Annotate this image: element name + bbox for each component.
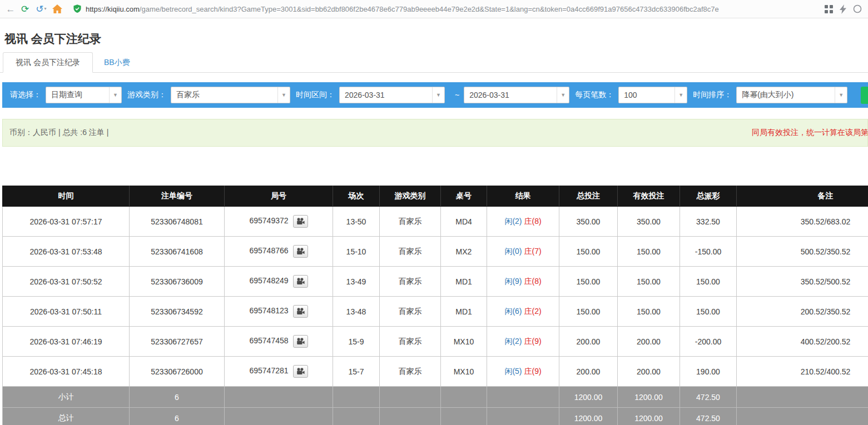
cell-time: 2026-03-31 07:53:48 [3,237,130,267]
game-type-label: 游戏类别： [127,90,166,100]
cell-bet-id: 523306727657 [130,327,225,357]
cell-payout: 190.00 [680,357,737,387]
video-replay-button[interactable] [293,275,308,288]
sort-select[interactable]: 降幂(由大到小) ▼ [736,87,847,103]
cell-table-no: MD4 [441,207,487,237]
query-type-select[interactable]: 日期查询 ▼ [46,87,122,103]
summary-label: 总计 [3,408,130,425]
table-row: 2026-03-31 07:50:11523306734592695748123… [3,297,868,327]
cell-time: 2026-03-31 07:57:17 [3,207,130,237]
tilde-separator: ~ [455,91,459,99]
chevron-down-icon: ▼ [557,87,569,103]
undo-icon[interactable]: ↺▾ [32,2,50,16]
summary-count: 6 [130,408,225,425]
cell-bet-id: 523306736009 [130,267,225,297]
cell-session: 15-9 [333,327,380,357]
column-header-valid-bet: 有效投注 [618,186,680,207]
tab-bet-records[interactable]: 视讯 会员下注纪录 [3,52,93,73]
summary-bar: 币别：人民币 | 总共 :6 注单 | 同局有效投注，统一计算在该局第 [2,119,868,147]
summary-total-bet: 1200.00 [559,408,618,425]
cell-remark: 500.52/350.52 [737,237,868,267]
cell-round-id: 695748249 [225,267,333,297]
banker-result: 庄(9) [524,367,542,376]
date-to-select[interactable]: 2026-03-31 ▼ [464,87,569,103]
game-type-select[interactable]: 百家乐 ▼ [171,87,290,103]
cell-game-type: 百家乐 [380,267,441,297]
video-replay-button[interactable] [293,365,308,378]
cell-total-bet[interactable]: 150.00 [559,237,618,267]
cell-session: 13-48 [333,297,380,327]
records-tbody: 2026-03-31 07:57:17523306748081695749372… [3,207,868,425]
cell-round-id: 695749372 [225,207,333,237]
browser-toolbar: ← ⟳ ↺▾ https://kiqiiu.com/game/betrecord… [0,0,868,18]
cell-remark: 350.52/683.02 [737,207,868,237]
address-bar[interactable]: https://kiqiiu.com/game/betrecord_search… [70,2,816,16]
summary-count: 6 [130,387,225,408]
cell-total-bet[interactable]: 350.00 [559,207,618,237]
round-id-text: 695748249 [249,276,288,285]
reload-icon[interactable]: ⟳ [18,2,32,16]
cell-remark: 400.52/200.52 [737,327,868,357]
search-button[interactable]: 查询 [861,87,868,104]
cell-time: 2026-03-31 07:50:52 [3,267,130,297]
video-replay-button[interactable] [293,215,308,228]
chevron-down-icon: ▼ [674,87,687,103]
cell-valid-bet: 150.00 [618,237,680,267]
banker-result: 庄(2) [524,307,542,316]
cell-round-id: 695748123 [225,297,333,327]
cell-total-bet[interactable]: 200.00 [559,357,618,387]
date-from-select[interactable]: 2026-03-31 ▼ [339,87,445,103]
chevron-down-icon: ▼ [109,87,121,103]
time-range-label: 时间区间： [296,90,335,100]
cell-table-no: MX10 [441,357,487,387]
cell-valid-bet: 150.00 [618,297,680,327]
player-result: 闲(2) [504,337,522,346]
cell-result: 闲(9)庄(8) [487,267,559,297]
cell-table-no: MD1 [441,297,487,327]
cell-total-bet[interactable]: 150.00 [559,297,618,327]
video-replay-button[interactable] [293,305,308,318]
clipped-toolbar-icon[interactable] [850,2,865,16]
lightning-icon[interactable] [836,2,850,16]
cell-valid-bet: 350.00 [618,207,680,237]
back-icon[interactable]: ← [3,2,18,16]
cell-table-no: MX2 [441,237,487,267]
round-id-text: 695747281 [249,366,288,375]
summary-row: 总计61200.001200.00472.50 [3,408,868,425]
cell-payout: -200.00 [680,327,737,357]
url-text: https://kiqiiu.com/game/betrecord_search… [86,5,719,13]
cell-result: 闲(0)庄(7) [487,237,559,267]
chevron-down-icon: ▼ [835,87,847,103]
cell-result: 闲(5)庄(9) [487,357,559,387]
apps-grid-icon[interactable] [821,2,836,16]
cell-total-bet[interactable]: 200.00 [559,327,618,357]
cell-game-type: 百家乐 [380,327,441,357]
page-size-select[interactable]: 100 ▼ [618,87,687,103]
cell-session: 15-7 [333,357,380,387]
video-replay-button[interactable] [293,245,308,258]
player-result: 闲(9) [504,277,522,286]
home-icon[interactable] [50,2,65,16]
summary-label: 小计 [3,387,130,408]
video-replay-button[interactable] [293,335,308,348]
column-header-table-no: 桌号 [441,186,487,207]
cell-result: 闲(6)庄(2) [487,297,559,327]
tab-bb-tip[interactable]: BB小费 [93,53,141,72]
cell-session: 13-50 [333,207,380,237]
table-row: 2026-03-31 07:45:18523306726000695747281… [3,357,868,387]
banker-result: 庄(8) [524,217,542,226]
player-result: 闲(6) [504,307,522,316]
table-row: 2026-03-31 07:57:17523306748081695749372… [3,207,868,237]
cell-round-id: 695747281 [225,357,333,387]
cell-total-bet[interactable]: 150.00 [559,267,618,297]
round-id-text: 695748123 [249,306,288,315]
cell-result: 闲(2)庄(9) [487,327,559,357]
chevron-down-icon: ▼ [277,87,290,103]
security-shield-icon [73,4,81,13]
column-header-session: 场次 [333,186,380,207]
cell-result: 闲(2)庄(8) [487,207,559,237]
summary-valid-bet: 1200.00 [618,387,680,408]
query-type-label: 请选择： [10,90,41,100]
banker-result: 庄(9) [524,337,542,346]
cell-payout: -150.00 [680,237,737,267]
